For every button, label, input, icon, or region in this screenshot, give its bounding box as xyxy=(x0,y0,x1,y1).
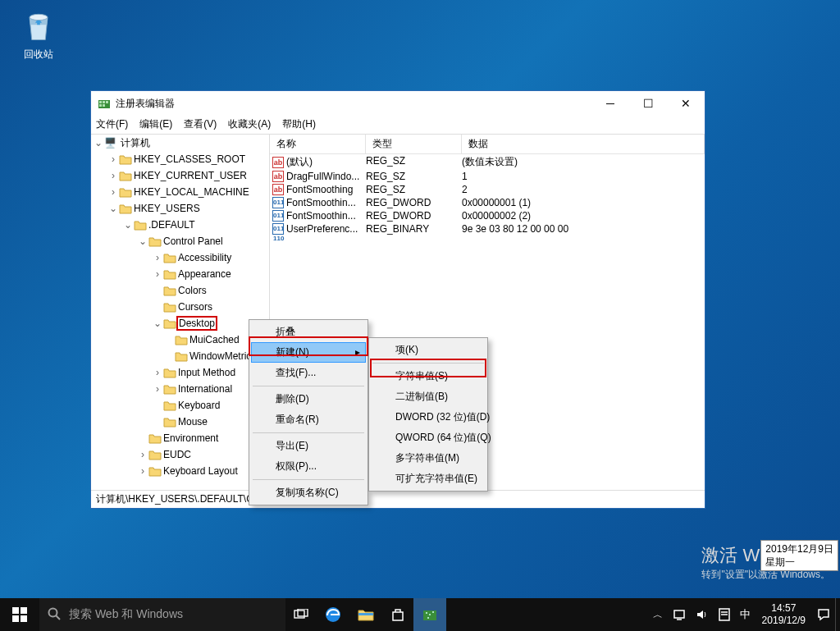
value-name: FontSmoothing xyxy=(286,184,366,195)
window-title: 注册表编辑器 xyxy=(116,97,591,111)
ctx-new-dword[interactable]: DWORD (32 位)值(D) xyxy=(371,407,486,428)
svg-line-12 xyxy=(56,615,60,620)
ime-indicator[interactable]: 中 xyxy=(735,598,756,631)
menu-favorites[interactable]: 收藏夹(A) xyxy=(228,117,271,131)
ctx-delete[interactable]: 删除(D) xyxy=(251,389,366,409)
string-value-icon: ab xyxy=(272,171,284,182)
svg-rect-10 xyxy=(21,615,27,622)
tree-international[interactable]: International xyxy=(176,383,234,395)
binary-value-icon: 011110 xyxy=(272,210,284,222)
svg-rect-6 xyxy=(106,101,108,103)
tree-colors[interactable]: Colors xyxy=(176,285,208,296)
ctx-collapse[interactable]: 折叠 xyxy=(251,322,366,342)
binary-value-icon: 011110 xyxy=(272,197,284,208)
svg-rect-4 xyxy=(103,101,105,103)
minimize-button[interactable]: ─ xyxy=(591,91,629,116)
ctx-new-multistring[interactable]: 多字符串值(M) xyxy=(371,448,486,469)
col-type[interactable]: 类型 xyxy=(366,135,462,153)
tree-windowmetrics[interactable]: WindowMetrics xyxy=(188,350,258,362)
ctx-permissions[interactable]: 权限(P)... xyxy=(251,456,366,477)
tree-keyboard-layout[interactable]: Keyboard Layout xyxy=(162,465,240,477)
ctx-new[interactable]: 新建(N)▸ xyxy=(251,342,366,363)
value-name: (默认) xyxy=(286,155,366,169)
tree-appearance[interactable]: Appearance xyxy=(176,268,233,280)
recycle-bin-desktop-icon[interactable]: 回收站 xyxy=(12,8,65,62)
ctx-new-expandstring[interactable]: 可扩充字符串值(E) xyxy=(371,469,486,489)
tray-volume-icon[interactable] xyxy=(691,598,714,631)
col-name[interactable]: 名称 xyxy=(270,135,366,153)
svg-point-18 xyxy=(426,612,427,614)
value-name: UserPreferenc... xyxy=(286,223,366,235)
tree-hkcu[interactable]: HKEY_CURRENT_USER xyxy=(132,170,249,181)
tree-accessibility[interactable]: Accessibility xyxy=(176,252,233,263)
ctx-export[interactable]: 导出(E) xyxy=(251,436,366,456)
list-row[interactable]: 011110FontSmoothin...REG_DWORD0x00000002… xyxy=(270,209,705,222)
svg-rect-3 xyxy=(99,104,102,107)
tree-environment[interactable]: Environment xyxy=(162,432,220,444)
svg-point-19 xyxy=(429,614,431,615)
tree-eudc[interactable]: EUDC xyxy=(162,449,193,460)
ctx-new-qword[interactable]: QWORD (64 位)值(Q) xyxy=(371,428,486,448)
svg-rect-5 xyxy=(103,104,105,107)
svg-point-20 xyxy=(432,611,434,613)
ctx-new-string[interactable]: 字符串值(S) xyxy=(371,366,486,386)
tree-control-panel[interactable]: Control Panel xyxy=(162,235,225,247)
value-type: REG_DWORD xyxy=(366,197,462,208)
menu-view[interactable]: 查看(V) xyxy=(184,117,217,131)
tree-hkcr[interactable]: HKEY_CLASSES_ROOT xyxy=(132,153,247,165)
value-data: 0x00000002 (2) xyxy=(462,210,705,222)
svg-rect-8 xyxy=(21,607,27,614)
computer-icon: 🖥️ xyxy=(104,137,116,149)
list-row[interactable]: 011110FontSmoothin...REG_DWORD0x00000001… xyxy=(270,196,705,209)
value-name: FontSmoothin... xyxy=(286,210,366,222)
ctx-copykey[interactable]: 复制项名称(C) xyxy=(251,482,366,503)
regedit-taskbar-button[interactable] xyxy=(413,598,446,631)
registry-tree[interactable]: ⌄🖥️ 计算机 ›HKEY_CLASSES_ROOT ›HKEY_CURRENT… xyxy=(91,135,270,490)
menu-help[interactable]: 帮助(H) xyxy=(282,117,316,131)
tray-chevron-icon[interactable]: ︿ xyxy=(648,598,668,631)
ctx-new-binary[interactable]: 二进制值(B) xyxy=(371,386,486,407)
show-desktop-button[interactable] xyxy=(835,598,840,631)
start-button[interactable] xyxy=(0,598,39,631)
tree-input-method[interactable]: Input Method xyxy=(176,367,237,378)
tree-keyboard[interactable]: Keyboard xyxy=(176,400,221,411)
regedit-app-icon xyxy=(98,97,111,110)
tree-cursors[interactable]: Cursors xyxy=(176,301,214,313)
ctx-rename[interactable]: 重命名(R) xyxy=(251,409,366,430)
close-button[interactable]: ✕ xyxy=(667,91,705,116)
titlebar[interactable]: 注册表编辑器 ─ ☐ ✕ xyxy=(91,91,705,116)
file-explorer-button[interactable] xyxy=(349,598,382,631)
tree-hku[interactable]: HKEY_USERS xyxy=(132,203,202,214)
context-menu-key: 折叠 新建(N)▸ 查找(F)... 删除(D) 重命名(R) 导出(E) 权限… xyxy=(249,319,368,505)
tree-default[interactable]: .DEFAULT xyxy=(147,219,196,231)
store-button[interactable] xyxy=(382,598,413,631)
tray-notes-icon[interactable] xyxy=(714,598,735,631)
tree-root[interactable]: 计算机 xyxy=(119,136,152,150)
value-type: REG_BINARY xyxy=(366,223,462,235)
binary-value-icon: 011110 xyxy=(272,223,284,235)
menu-edit[interactable]: 编辑(E) xyxy=(139,117,172,131)
ctx-new-key[interactable]: 项(K) xyxy=(371,340,486,360)
ctx-find[interactable]: 查找(F)... xyxy=(251,363,366,383)
taskbar-search[interactable]: 搜索 Web 和 Windows xyxy=(39,598,285,631)
search-placeholder: 搜索 Web 和 Windows xyxy=(69,607,183,622)
value-name: DragFullWindo... xyxy=(286,171,366,182)
tree-muicached[interactable]: MuiCached xyxy=(188,334,241,345)
list-row[interactable]: ab(默认)REG_SZ(数值未设置) xyxy=(270,154,705,170)
list-row[interactable]: 011110UserPreferenc...REG_BINARY9e 3e 03… xyxy=(270,222,705,235)
folder-icon xyxy=(119,153,132,165)
menu-file[interactable]: 文件(F) xyxy=(96,117,128,131)
separator xyxy=(372,363,484,364)
list-row[interactable]: abFontSmoothingREG_SZ2 xyxy=(270,183,705,196)
taskbar-clock[interactable]: 14:57 2019/12/9 xyxy=(756,602,812,627)
task-view-button[interactable] xyxy=(285,598,317,631)
list-row[interactable]: abDragFullWindo...REG_SZ1 xyxy=(270,170,705,183)
tree-mouse[interactable]: Mouse xyxy=(176,416,209,428)
edge-button[interactable] xyxy=(317,598,349,631)
tree-hklm[interactable]: HKEY_LOCAL_MACHINE xyxy=(132,186,251,198)
col-data[interactable]: 数据 xyxy=(462,135,705,153)
maximize-button[interactable]: ☐ xyxy=(629,91,667,116)
tray-network-icon[interactable] xyxy=(668,598,691,631)
tree-desktop[interactable]: Desktop xyxy=(176,316,217,331)
action-center-button[interactable] xyxy=(812,598,835,631)
